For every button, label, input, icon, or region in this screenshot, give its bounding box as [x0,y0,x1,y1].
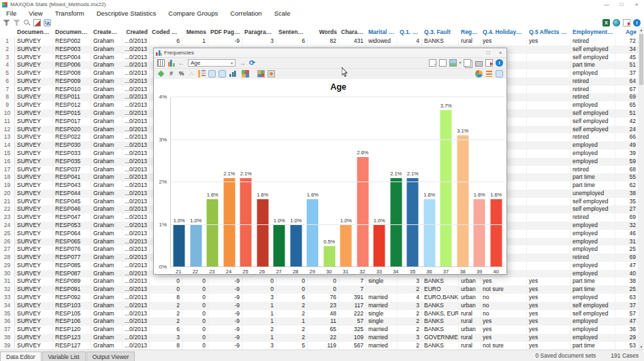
cell-employment[interactable]: employed [570,150,615,158]
cell-created[interactable]: ...0/2013 10:37 [123,317,150,326]
cell-age[interactable]: 37 [615,69,639,78]
cell-employment[interactable]: self employed [570,118,615,126]
cell-marital[interactable]: married [366,326,398,334]
cell-doc_group[interactable]: SURVEY [15,126,53,134]
cell-q5[interactable] [527,238,570,246]
cell-age[interactable]: 38 [615,277,639,286]
cell-doc_group[interactable]: SURVEY [15,150,53,158]
bar-age-36[interactable] [423,199,435,267]
cell-employment[interactable]: employed [570,230,615,238]
cell-created[interactable]: ...0/2013 10:37 [123,173,150,182]
cell-num[interactable]: 5 [0,69,15,78]
search-icon[interactable] [23,19,31,27]
cell-coded_segments[interactable]: 8 [150,294,182,302]
cell-created[interactable]: ...0/2013 10:37 [123,141,150,150]
cell-doc_name[interactable]: RESP106 [53,317,91,326]
refresh-icon[interactable]: ⟳ [248,59,256,67]
cell-created_by[interactable]: Graham [91,310,123,318]
bar-age-21[interactable] [174,225,185,268]
cell-q5[interactable] [527,141,570,150]
cell-characters[interactable]: 567 [339,342,366,350]
cell-created[interactable]: ...0/2013 10:37 [123,69,150,78]
bar-age-34[interactable] [390,178,402,267]
cell-q5[interactable] [527,126,570,134]
cell-sentences[interactable]: 0 [276,277,308,286]
cell-memos[interactable]: 0 [182,310,208,318]
cell-doc_name[interactable]: RESP008 [53,69,91,78]
cell-q4[interactable]: yes [481,317,527,326]
menu-item-view[interactable]: View [22,9,48,18]
info-icon[interactable]: i [633,19,641,27]
cell-region[interactable]: urban [459,302,481,310]
cell-q5[interactable] [527,150,570,158]
cell-employment[interactable]: retired [570,254,615,262]
column-header-q1[interactable]: Q.1. Job Secur... [398,27,422,37]
cell-doc_name[interactable]: RESP046 [53,205,91,213]
cell-coded_segments[interactable]: 6 [150,326,182,334]
cell-age[interactable]: 72 [615,37,639,46]
cell-num[interactable]: 9 [0,101,15,109]
cell-words[interactable]: 48 [308,310,339,318]
cell-age[interactable]: 31 [615,238,639,246]
cell-created[interactable]: ...0/2013 10:37 [123,213,150,222]
cell-created[interactable]: ...0/2013 10:37 [123,150,150,158]
cell-age[interactable]: 24 [615,126,639,134]
cell-region[interactable]: rural [459,37,481,46]
column-header-characters[interactable]: Characters [339,27,366,37]
cell-doc_name[interactable]: RESP092 [53,294,91,302]
cell-words[interactable]: 76 [308,294,339,302]
bar-age-24[interactable] [223,178,235,267]
menu-item-transform[interactable]: Transform [49,9,91,18]
cell-pdf_pages[interactable]: -9 [208,326,242,334]
cell-age[interactable]: 29 [615,334,639,342]
menu-item-descriptive-statistics[interactable]: Descriptive Statistics [91,9,163,18]
bar-age-35[interactable] [407,178,419,267]
cell-employment[interactable]: part time [570,173,615,182]
column-header-employment[interactable]: Employment Status [570,27,615,37]
cell-employment[interactable]: retired [570,37,615,46]
cell-created[interactable]: ...0/2013 10:37 [123,334,150,342]
cell-num[interactable]: 7 [0,86,15,94]
cell-q5[interactable] [527,222,570,230]
image-icon[interactable] [449,59,457,67]
cell-created_by[interactable]: Graham [91,286,123,294]
cell-doc_group[interactable]: SURVEY [15,198,53,206]
missing-values-icon[interactable]: ∴ [188,70,195,78]
cell-doc_group[interactable]: SURVEY [15,245,53,254]
chart-view-icon[interactable] [167,59,175,67]
cell-q5[interactable] [527,93,570,101]
cell-memos[interactable]: 0 [182,302,208,310]
menu-item-scale[interactable]: Scale [268,9,297,18]
cell-created[interactable]: ...0/2013 10:37 [123,245,150,254]
cell-q5[interactable] [527,254,570,262]
scroll-up-icon[interactable]: ▲ [639,27,644,33]
cell-pdf_pages[interactable]: -9 [208,342,242,350]
cell-pdf_pages[interactable]: -9 [208,334,242,342]
bar-age-38[interactable] [457,135,468,267]
cell-num[interactable]: 27 [0,245,15,254]
cell-created[interactable]: ...0/2013 10:37 [123,78,150,86]
cell-num[interactable]: 3 [0,54,15,62]
column-header-fault[interactable]: Q.3. Fault [422,27,459,37]
cell-marital[interactable]: married [366,294,398,302]
cell-pdf_pages[interactable]: -9 [208,317,242,326]
cell-fault[interactable]: BANKS [422,326,459,334]
table-row[interactable]: 32SURVEYRESP091Graham...0/2013 10:3700-9… [0,286,639,294]
table-row[interactable]: 36SURVEYRESP106Graham...0/2013 10:3720-9… [0,317,639,326]
cell-employment[interactable]: self employed [570,205,615,213]
print-icon[interactable] [475,61,483,67]
variable-select[interactable]: Age▾ [188,59,236,67]
vertical-scrollbar[interactable]: ▲ ▼ [639,27,644,350]
cell-created[interactable]: ...0/2013 10:37 [123,326,150,334]
cell-age[interactable]: 38 [615,190,639,198]
bar-age-30[interactable] [323,246,335,267]
column-header-created[interactable]: Created [123,27,150,37]
cell-created[interactable]: ...0/2013 10:37 [123,109,150,118]
bar-age-22[interactable] [190,225,202,268]
cell-q4[interactable]: not sure [481,286,527,294]
colors-grid-icon[interactable] [242,70,249,78]
circle-table-icon[interactable] [268,70,275,78]
cell-created_by[interactable]: Graham [91,118,123,126]
cell-created[interactable]: ...0/2013 10:37 [123,310,150,318]
cell-employment[interactable]: employed [570,158,615,166]
